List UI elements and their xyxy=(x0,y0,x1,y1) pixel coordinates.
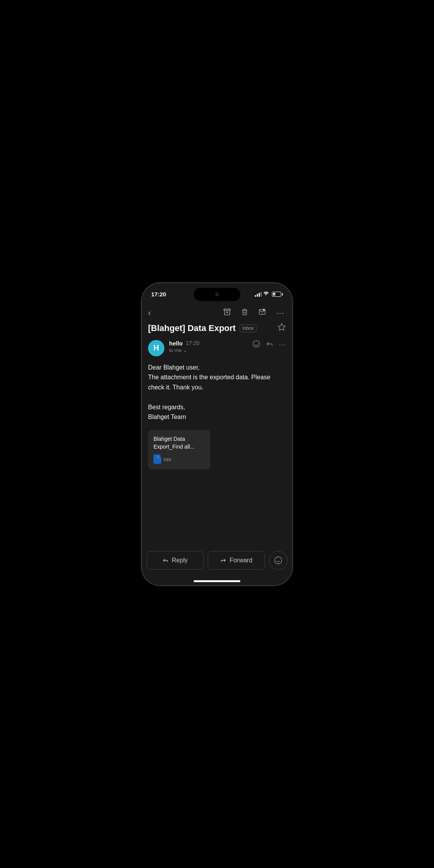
more-inline-button[interactable]: ··· xyxy=(279,341,286,349)
volume-mute-button xyxy=(141,330,142,342)
status-icons: 41 xyxy=(255,291,283,298)
csv-file-icon xyxy=(153,454,161,464)
sender-info: hello 17:20 to me ⌄ xyxy=(169,340,248,353)
reply-button[interactable]: Reply xyxy=(146,551,204,570)
subject-row: [Blahget] Data Export Inbox xyxy=(148,323,286,334)
phone-frame: 17:20 41 ‹ xyxy=(141,282,293,586)
svg-point-8 xyxy=(275,556,282,563)
status-time: 17:20 xyxy=(151,291,166,298)
star-button[interactable] xyxy=(277,323,286,334)
forward-button[interactable]: Forward xyxy=(208,551,265,570)
reply-label: Reply xyxy=(172,557,188,564)
battery-icon: 41 xyxy=(272,292,283,297)
sender-actions: ··· xyxy=(252,340,286,350)
wifi-icon xyxy=(264,291,270,298)
back-button[interactable]: ‹ xyxy=(148,308,151,318)
home-indicator xyxy=(142,577,292,585)
delete-button[interactable] xyxy=(240,306,250,319)
subject-text: [Blahget] Data Export xyxy=(148,323,236,333)
sender-row: H hello 17:20 to me ⌄ xyxy=(148,340,286,356)
archive-button[interactable] xyxy=(222,306,233,319)
attachment-extension: csv xyxy=(164,456,171,462)
inbox-badge: Inbox xyxy=(240,324,256,332)
sender-avatar: H xyxy=(148,340,164,356)
reply-inline-button[interactable] xyxy=(266,340,273,350)
email-content: [Blahget] Data Export Inbox H hello 17:2… xyxy=(142,323,292,547)
sender-name: hello xyxy=(169,340,183,347)
svg-point-4 xyxy=(253,340,260,347)
bottom-action-bar: Reply Forward xyxy=(142,547,292,577)
volume-up-button xyxy=(141,347,142,367)
emoji-reaction-button[interactable] xyxy=(252,340,260,350)
attachment-type-row: csv xyxy=(153,454,205,464)
body-line1: Dear Blahget user, xyxy=(148,363,286,373)
body-line4: Best regards, xyxy=(148,402,286,412)
toolbar-right: ··· xyxy=(222,306,286,320)
attachment[interactable]: Blahget Data Export_Find all... csv xyxy=(148,430,210,469)
toolbar-left: ‹ xyxy=(148,308,151,318)
svg-point-2 xyxy=(263,309,265,311)
signal-icon xyxy=(255,292,262,297)
sender-name-row: hello 17:20 xyxy=(169,340,248,347)
email-toolbar: ‹ xyxy=(142,303,292,323)
dynamic-island xyxy=(194,288,240,301)
svg-rect-0 xyxy=(224,309,230,310)
svg-marker-3 xyxy=(278,323,285,330)
power-button xyxy=(292,355,293,386)
mark-unread-button[interactable] xyxy=(257,307,268,319)
email-subject: [Blahget] Data Export Inbox xyxy=(148,323,256,333)
home-bar xyxy=(194,580,240,582)
email-body: Dear Blahget user, The attachment is the… xyxy=(148,363,286,423)
sender-to[interactable]: to me ⌄ xyxy=(169,347,248,353)
sender-time: 17:20 xyxy=(186,340,199,346)
attachment-name: Blahget Data Export_Find all... xyxy=(153,435,205,451)
body-line5: Blahget Team xyxy=(148,412,286,422)
more-options-button[interactable]: ··· xyxy=(275,306,286,320)
camera-dot xyxy=(215,292,219,296)
forward-label: Forward xyxy=(229,557,252,564)
svg-rect-7 xyxy=(155,456,159,463)
volume-down-button xyxy=(141,372,142,391)
body-line2: The attachment is the exported data. Ple… xyxy=(148,372,286,392)
emoji-picker-button[interactable] xyxy=(269,551,288,570)
